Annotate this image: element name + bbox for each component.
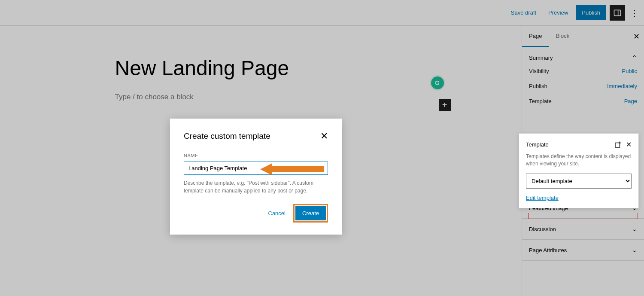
template-popover-title: Template: [526, 141, 549, 148]
name-field-help: Describe the template, e.g. "Post with s…: [184, 179, 328, 195]
close-icon: ✕: [320, 131, 328, 141]
close-popover-button[interactable]: ✕: [626, 140, 632, 149]
template-select[interactable]: Default template: [526, 174, 632, 189]
create-template-modal: Create custom template ✕ NAME Describe t…: [170, 119, 342, 235]
cancel-button[interactable]: Cancel: [265, 206, 289, 221]
template-popover: Template ✕ Templates define the way cont…: [519, 133, 639, 208]
svg-rect-2: [615, 143, 620, 147]
annotation-highlight: [528, 213, 638, 219]
modal-title: Create custom template: [184, 131, 270, 141]
template-popover-description: Templates define the way content is disp…: [526, 153, 632, 168]
close-icon: ✕: [626, 140, 632, 149]
new-template-icon: [614, 141, 622, 149]
create-button-highlight: Create: [293, 204, 328, 223]
name-field-label: NAME: [184, 153, 328, 158]
annotation-arrow-icon: [260, 163, 324, 175]
edit-template-link[interactable]: Edit template: [526, 195, 632, 201]
create-button[interactable]: Create: [295, 206, 326, 220]
modal-close-button[interactable]: ✕: [320, 131, 328, 142]
new-template-button[interactable]: [614, 140, 622, 149]
